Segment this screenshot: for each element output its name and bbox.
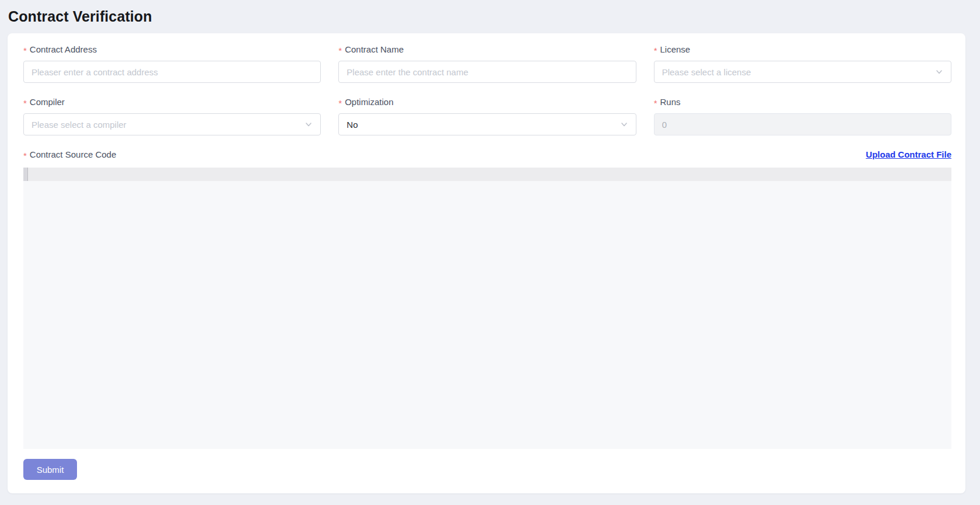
page-title: Contract Verification — [8, 8, 152, 25]
chevron-down-icon — [935, 68, 943, 76]
required-icon: * — [338, 96, 342, 107]
contract-address-input[interactable] — [23, 61, 321, 83]
upload-contract-file-link[interactable]: Upload Contract File — [866, 149, 951, 159]
editor-gutter — [23, 168, 27, 181]
field-contract-address: * Contract Address — [23, 44, 321, 83]
license-select[interactable]: Please select a license — [654, 61, 951, 83]
optimization-label-text: Optimization — [345, 97, 393, 107]
contract-name-label: * Contract Name — [338, 44, 636, 55]
required-icon: * — [338, 44, 342, 55]
license-label-text: License — [660, 44, 691, 54]
contract-address-label-text: Contract Address — [30, 44, 97, 54]
required-icon: * — [654, 44, 657, 55]
submit-row: Submit — [23, 459, 951, 480]
source-code-section: * Contract Source Code Upload Contract F… — [23, 149, 951, 449]
runs-input — [654, 113, 951, 135]
compiler-label-text: Compiler — [30, 97, 65, 107]
field-compiler: * Compiler Please select a compiler — [23, 96, 321, 135]
required-icon: * — [654, 96, 657, 107]
source-code-label-text: Contract Source Code — [30, 149, 116, 159]
license-select-placeholder: Please select a license — [662, 67, 751, 77]
field-contract-name: * Contract Name — [338, 44, 636, 83]
required-icon: * — [23, 96, 27, 107]
required-icon: * — [23, 44, 27, 55]
contract-address-label: * Contract Address — [23, 44, 321, 55]
submit-button[interactable]: Submit — [23, 459, 77, 480]
optimization-select-value: No — [346, 120, 358, 130]
runs-label: * Runs — [654, 96, 951, 107]
compiler-select-placeholder: Please select a compiler — [32, 120, 127, 130]
contract-name-input[interactable] — [338, 61, 636, 83]
field-optimization: * Optimization No — [338, 96, 636, 135]
field-license: * License Please select a license — [654, 44, 951, 83]
required-icon: * — [23, 149, 27, 160]
source-code-editor[interactable] — [23, 168, 951, 449]
compiler-select[interactable]: Please select a compiler — [23, 113, 321, 135]
source-code-header: * Contract Source Code Upload Contract F… — [23, 149, 951, 160]
form-grid: * Contract Address * Contract Name * Lic… — [23, 44, 951, 135]
runs-label-text: Runs — [660, 97, 681, 107]
optimization-label: * Optimization — [338, 96, 636, 107]
page-header: Contract Verification — [0, 0, 980, 33]
optimization-select[interactable]: No — [338, 113, 636, 135]
chevron-down-icon — [304, 120, 313, 128]
field-runs: * Runs — [654, 96, 951, 135]
editor-cursor-icon — [27, 168, 28, 181]
license-label: * License — [654, 44, 951, 55]
compiler-label: * Compiler — [23, 96, 321, 107]
editor-active-line — [23, 168, 951, 181]
source-code-label: * Contract Source Code — [23, 149, 116, 160]
contract-name-label-text: Contract Name — [345, 44, 404, 54]
chevron-down-icon — [620, 120, 628, 128]
contract-verification-card: * Contract Address * Contract Name * Lic… — [8, 33, 965, 493]
